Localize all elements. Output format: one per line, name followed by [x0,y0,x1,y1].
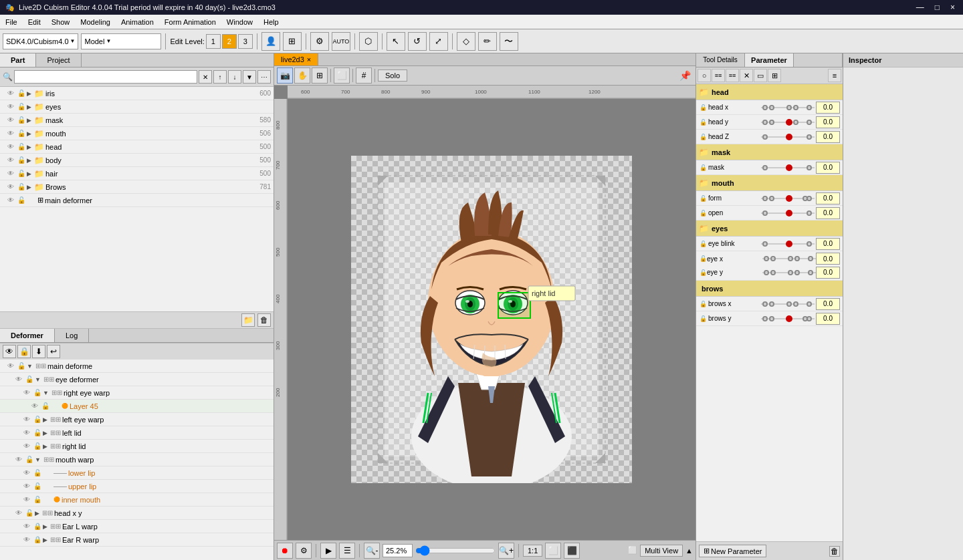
param-lock-eye-y[interactable]: 🔓 [699,269,707,277]
param-lock-brows-y[interactable]: 🔓 [699,315,707,323]
tab-deformer[interactable]: Deformer [0,329,55,342]
pin-button[interactable]: 📌 [677,67,693,84]
folder-add-btn[interactable]: 📁 [241,313,255,327]
lock-main-deforme[interactable]: 🔓 [16,361,27,372]
ctool-frame[interactable]: ⬜ [334,67,350,84]
param-slider-open[interactable] [761,208,815,219]
model-dropdown[interactable]: Model ▼ [81,33,161,49]
edit-level-2[interactable]: 2 [222,34,237,49]
lock-layer-45[interactable]: 🔓 [40,401,51,412]
vis-left-lid[interactable]: 👁 [21,428,32,438]
param-lock-brows-x[interactable]: 🔓 [699,300,707,308]
part-item-main-deformer[interactable]: 👁 🔓 ⊞ main deformer [0,194,274,207]
deformer-head-xy[interactable]: 👁 🔓 ▶ ⊞⊞ head x y [0,507,274,520]
search-input[interactable] [14,70,197,84]
clear-btn[interactable]: ✕ [199,70,212,84]
param-slider-head-y[interactable] [761,117,815,128]
deformer-lock-btn[interactable]: 🔒 [17,345,31,358]
lock-hair[interactable]: 🔓 [16,168,27,179]
pt-lines2[interactable]: ≡≡ [726,69,739,82]
lock-upper-lip[interactable]: 🔓 [32,481,43,492]
close-button[interactable]: × [948,3,958,12]
vis-layer-45[interactable]: 👁 [29,401,40,412]
lock-ear-l[interactable]: 🔒 [32,521,43,532]
param-group-head-header[interactable]: 📁 head [696,84,843,100]
vis-mouth-warp[interactable]: 👁 [13,454,24,465]
ctool-grid[interactable]: # [356,67,372,84]
more-btn[interactable]: ⋯ [257,70,271,84]
menu-show[interactable]: Show [46,17,76,27]
settings-btn[interactable]: ⚙ [296,543,312,559]
lock-head-xy[interactable]: 🔓 [24,508,35,519]
lock-head[interactable]: 🔓 [16,142,27,152]
sdk-dropdown[interactable]: SDK4.0/Cubism4.0 ▼ [3,33,78,49]
ctool-move[interactable]: ✋ [294,67,310,84]
pt-grid[interactable]: ⊞ [768,69,781,82]
part-item-brows[interactable]: 👁 🔓 ▶ 📁 Brows 781 [0,180,274,194]
menu-edit[interactable]: Edit [23,17,46,27]
part-item-hair[interactable]: 👁 🔓 ▶ 📁 hair 500 [0,167,274,180]
deformer-collapse-btn[interactable]: ↩ [47,345,60,358]
edit-level-1[interactable]: 1 [206,34,221,49]
aspect-btn1[interactable]: ⬜ [545,543,561,559]
param-slider-eye-y[interactable] [762,267,816,278]
tab-log[interactable]: Log [55,329,89,342]
rotate-btn[interactable]: ↺ [408,32,427,51]
part-item-body[interactable]: 👁 🔓 ▶ 📁 body 500 [0,154,274,167]
param-slider-mask[interactable] [761,162,815,173]
multi-view-button[interactable]: Multi View [640,545,683,557]
deformer-ear-l-warp[interactable]: 👁 🔒 ▶ ⊞⊞ Ear L warp [0,520,274,533]
tab-project[interactable]: Project [36,53,81,67]
vis-head[interactable]: 👁 [5,142,16,152]
pt-lines1[interactable]: ≡≡ [712,69,725,82]
person-icon-btn[interactable]: 👤 [261,32,280,51]
vis-eyes[interactable]: 👁 [5,102,16,112]
part-item-mask[interactable]: 👁 🔓 ▶ 📁 mask 580 [0,114,274,127]
vis-ear-l[interactable]: 👁 [21,521,32,532]
pen-btn[interactable]: ✏ [478,32,497,51]
pt-menu[interactable]: ≡ [828,69,841,82]
canvas-content[interactable]: right lid [288,99,696,540]
lock-left-eye-warp[interactable]: 🔓 [32,414,43,425]
vis-right-eye-warp[interactable]: 👁 [21,388,32,398]
param-slider-form[interactable] [761,193,815,204]
param-group-eyes-header[interactable]: 📁 eyes [696,221,843,237]
part-item-eyes[interactable]: 👁 🔓 ▶ 📁 eyes [0,100,274,114]
lock-main-deformer[interactable]: 🔓 [16,195,27,206]
param-slider-brows-x[interactable] [761,299,815,309]
pt-cross[interactable]: ✕ [740,69,753,82]
param-lock-eye-blink[interactable]: 🔓 [699,240,707,248]
tab-parameter[interactable]: Parameter [745,53,794,67]
vis-mask[interactable]: 👁 [5,115,16,126]
lock-right-eye-warp[interactable]: 🔓 [32,388,43,398]
zoom-out-btn[interactable]: 🔍- [364,543,380,559]
cursor-btn[interactable]: ↖ [387,32,405,51]
lock-iris[interactable]: 🔓 [16,88,27,99]
vis-brows[interactable]: 👁 [5,182,16,192]
lock-left-lid[interactable]: 🔓 [32,428,43,438]
aspect-btn2[interactable]: ⬛ [564,543,580,559]
tab-part[interactable]: Part [0,53,36,67]
lock-mouth-warp[interactable]: 🔓 [24,454,35,465]
next-btn[interactable]: ↓ [228,70,241,84]
lock-ear-r[interactable]: 🔒 [32,535,43,545]
param-lock-mask[interactable]: 🔓 [699,164,707,172]
record-btn[interactable]: ⏺ [277,543,293,559]
param-lock-head-y[interactable]: 🔓 [699,118,707,126]
filter-btn[interactable]: ▼ [243,70,256,84]
param-group-brows-header[interactable]: brows [696,281,843,297]
menu-window[interactable]: Window [221,17,258,27]
maximize-button[interactable]: □ [932,3,942,12]
param-lock-open[interactable]: 🔓 [699,209,707,217]
param-lock-head-x[interactable]: 🔓 [699,104,707,112]
ratio-button[interactable]: 1:1 [523,545,542,557]
param-group-mouth-header[interactable]: 📁 mouth [696,175,843,191]
param-slider-head-z[interactable] [761,132,815,142]
vis-main-deforme[interactable]: 👁 [5,361,16,372]
vis-inner-mouth[interactable]: 👁 [21,495,32,505]
vis-iris[interactable]: 👁 [5,88,16,99]
deformer-main-deforme[interactable]: 👁 🔓 ▼ ⊞⊞ main deforme [0,360,274,373]
canvas-tab-live2d3[interactable]: live2d3 × [274,53,318,65]
zoom-slider[interactable] [415,545,496,556]
vis-right-lid[interactable]: 👁 [21,441,32,452]
